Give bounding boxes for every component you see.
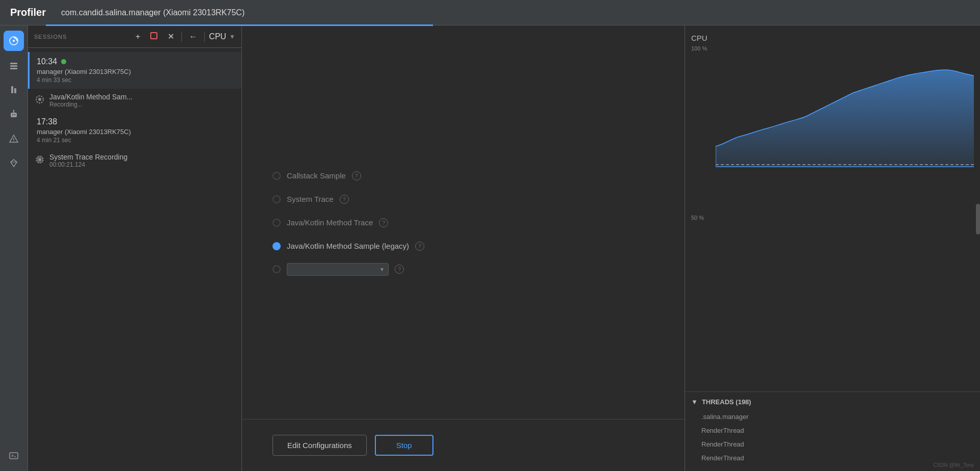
radio-java-kotlin-sample[interactable] bbox=[273, 242, 281, 250]
close-session-button[interactable]: ✕ bbox=[165, 31, 177, 42]
recording-status-1: Recording... bbox=[49, 101, 132, 108]
svg-rect-7 bbox=[11, 113, 17, 117]
back-button[interactable]: ← bbox=[186, 31, 200, 42]
threads-chevron-icon: ▼ bbox=[691, 398, 698, 406]
cpu-chart-area: CPU 100 % 50 % bbox=[685, 25, 980, 392]
recording-spin-icon bbox=[35, 95, 44, 106]
toolbar-separator bbox=[181, 32, 182, 42]
chart-label-100: 100 % bbox=[691, 45, 716, 51]
sidebar-icon-profiler[interactable] bbox=[4, 31, 24, 51]
stop-session-button[interactable] bbox=[147, 31, 160, 42]
option-system-trace[interactable]: System Trace ? bbox=[273, 193, 654, 206]
sidebar-icon-terminal[interactable] bbox=[4, 446, 24, 466]
action-buttons: Edit Configurations Stop bbox=[242, 419, 685, 471]
recording-name-2: System Trace Recording bbox=[49, 153, 127, 161]
title-bar: Profiler com.candid.salina.manager (Xiao… bbox=[0, 0, 980, 25]
label-system-trace: System Trace bbox=[287, 195, 334, 203]
svg-rect-8 bbox=[12, 114, 13, 115]
radio-callstack[interactable] bbox=[273, 172, 281, 180]
recording-java-kotlin[interactable]: Java/Kotlin Method Sam... Recording... bbox=[28, 89, 241, 112]
recording-options: Callstack Sample ? System Trace ? Java/K… bbox=[242, 25, 685, 419]
right-panel: CPU 100 % 50 % bbox=[685, 25, 980, 471]
svg-point-13 bbox=[13, 141, 14, 142]
toolbar-separator-2 bbox=[204, 32, 205, 42]
sidebar bbox=[0, 25, 28, 471]
chart-label-50: 50 % bbox=[691, 215, 716, 221]
center-panel: Callstack Sample ? System Trace ? Java/K… bbox=[242, 25, 685, 471]
recording-name-1: Java/Kotlin Method Sam... bbox=[49, 93, 132, 101]
label-callstack: Callstack Sample bbox=[287, 171, 346, 180]
thread-item-3[interactable]: RenderThread bbox=[691, 437, 974, 451]
option-callstack[interactable]: Callstack Sample ? bbox=[273, 169, 654, 182]
watermark: CSDN @Mr_Tony bbox=[933, 462, 974, 468]
svg-rect-18 bbox=[151, 33, 157, 39]
session-time-1738: 17:38 bbox=[37, 117, 234, 126]
session-device-1738: manager (Xiaomi 23013RK75C) bbox=[37, 128, 234, 136]
cpu-selector[interactable]: CPU ▼ bbox=[209, 32, 235, 41]
help-java-kotlin-sample-icon[interactable]: ? bbox=[415, 242, 424, 251]
thread-name-2: RenderThread bbox=[701, 427, 744, 434]
radio-system-trace[interactable] bbox=[273, 195, 281, 203]
stop-button[interactable]: Stop bbox=[375, 435, 433, 456]
title-underline bbox=[46, 24, 433, 26]
sidebar-icon-gem[interactable] bbox=[4, 153, 24, 173]
dashed-line bbox=[716, 164, 974, 165]
recording-time-2: 00:00:21.124 bbox=[49, 161, 127, 168]
svg-point-1 bbox=[13, 40, 15, 42]
svg-point-11 bbox=[13, 110, 15, 112]
svg-point-20 bbox=[38, 98, 41, 101]
option-custom[interactable]: ▼ ? bbox=[273, 263, 654, 276]
threads-section: ▼ THREADS (198) .salina.manager RenderTh… bbox=[685, 392, 980, 471]
session-time-label: 10:34 bbox=[37, 57, 57, 66]
svg-rect-2 bbox=[10, 63, 17, 64]
session-time-label-2: 17:38 bbox=[37, 117, 57, 126]
option-java-kotlin-sample[interactable]: Java/Kotlin Method Sample (legacy) ? bbox=[273, 240, 654, 253]
label-java-kotlin-trace: Java/Kotlin Method Trace bbox=[287, 218, 373, 227]
sidebar-icon-database[interactable] bbox=[4, 55, 24, 75]
radio-java-kotlin-trace[interactable] bbox=[273, 219, 281, 227]
sidebar-icon-build[interactable] bbox=[4, 80, 24, 100]
custom-config-select[interactable] bbox=[287, 263, 389, 276]
svg-rect-3 bbox=[10, 65, 17, 67]
svg-rect-6 bbox=[14, 88, 16, 93]
thread-name-1: .salina.manager bbox=[701, 413, 749, 421]
session-device-1034: manager (Xiaomi 23013RK75C) bbox=[37, 68, 234, 75]
help-callstack-icon[interactable]: ? bbox=[352, 171, 361, 180]
thread-name-4: RenderThread bbox=[701, 454, 744, 462]
session-title: com.candid.salina.manager (Xiaomi 23013R… bbox=[61, 8, 244, 17]
session-item-1034[interactable]: 10:34 manager (Xiaomi 23013RK75C) 4 min … bbox=[28, 52, 241, 89]
sidebar-icon-robot[interactable] bbox=[4, 104, 24, 124]
session-list: 10:34 manager (Xiaomi 23013RK75C) 4 min … bbox=[28, 48, 241, 471]
edit-configurations-button[interactable]: Edit Configurations bbox=[273, 435, 367, 456]
svg-rect-9 bbox=[14, 114, 15, 115]
help-system-trace-icon[interactable]: ? bbox=[340, 195, 349, 204]
radio-custom[interactable] bbox=[273, 265, 281, 273]
recording-system-trace[interactable]: System Trace Recording 00:00:21.124 bbox=[28, 149, 241, 172]
svg-rect-4 bbox=[10, 68, 17, 69]
sessions-label: SESSIONS bbox=[34, 34, 128, 40]
option-java-kotlin-trace[interactable]: Java/Kotlin Method Trace ? bbox=[273, 216, 654, 229]
session-duration-1738: 4 min 21 sec bbox=[37, 137, 234, 144]
thread-item-1[interactable]: .salina.manager bbox=[691, 410, 974, 424]
custom-select-wrapper: ▼ bbox=[287, 263, 389, 276]
main-content: SESSIONS + ✕ ← CPU ▼ 10:34 bbox=[0, 25, 980, 471]
recording-info: Java/Kotlin Method Sam... Recording... bbox=[49, 93, 132, 108]
help-java-kotlin-trace-icon[interactable]: ? bbox=[379, 218, 388, 227]
label-java-kotlin-sample: Java/Kotlin Method Sample (legacy) bbox=[287, 242, 409, 250]
session-time-1034: 10:34 bbox=[37, 57, 234, 66]
help-custom-icon[interactable]: ? bbox=[395, 265, 404, 274]
cpu-chart-title: CPU bbox=[691, 34, 974, 42]
add-session-button[interactable]: + bbox=[132, 31, 143, 42]
session-item-1738[interactable]: 17:38 manager (Xiaomi 23013RK75C) 4 min … bbox=[28, 112, 241, 149]
recording-chip-icon bbox=[35, 155, 44, 166]
cpu-chart-svg bbox=[716, 44, 974, 386]
svg-rect-5 bbox=[11, 86, 13, 93]
svg-rect-22 bbox=[38, 158, 41, 161]
cpu-label: CPU bbox=[209, 32, 226, 41]
session-duration-1034: 4 min 33 sec bbox=[37, 76, 234, 84]
thread-item-2[interactable]: RenderThread bbox=[691, 424, 974, 437]
thread-item-4[interactable]: RenderThread bbox=[691, 451, 974, 465]
threads-header[interactable]: ▼ THREADS (198) bbox=[691, 398, 974, 406]
svg-marker-14 bbox=[11, 160, 17, 167]
sidebar-icon-warning[interactable] bbox=[4, 128, 24, 149]
